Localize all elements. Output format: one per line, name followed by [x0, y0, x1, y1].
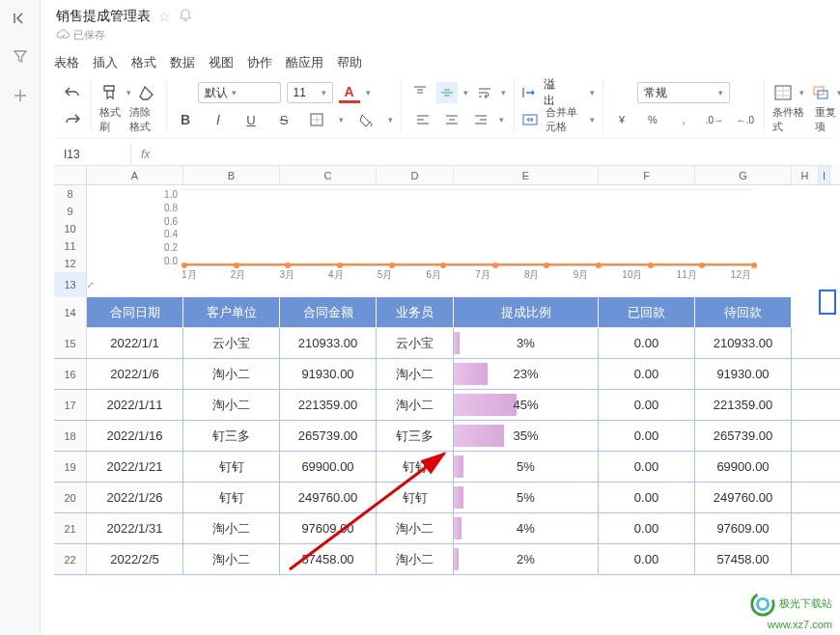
row-header[interactable]: 18: [54, 421, 87, 451]
cell-due[interactable]: 97609.00: [695, 513, 792, 543]
cell-ratio[interactable]: 23%: [454, 359, 599, 389]
cell-sales[interactable]: 钉钉: [377, 483, 454, 512]
col-i[interactable]: I: [819, 166, 830, 184]
cell-date[interactable]: 2022/1/21: [87, 452, 183, 482]
cell-due[interactable]: 91930.00: [695, 359, 792, 389]
underline-icon[interactable]: U: [240, 109, 262, 130]
row-header[interactable]: 13: [54, 272, 87, 297]
cell-due[interactable]: 210933.00: [695, 328, 792, 358]
row-header[interactable]: 9: [54, 203, 87, 220]
cell-sales[interactable]: 云小宝: [377, 328, 454, 358]
cell-amount[interactable]: 249760.00: [280, 483, 377, 512]
font-size-select[interactable]: 11▾: [287, 82, 333, 103]
dup-icon[interactable]: [810, 82, 831, 103]
cell-due[interactable]: 265739.00: [695, 421, 792, 451]
cell-date[interactable]: 2022/1/31: [87, 513, 183, 543]
col-h[interactable]: H: [792, 166, 819, 184]
row-header[interactable]: 20: [54, 483, 87, 512]
font-color-icon[interactable]: A: [339, 82, 360, 103]
cell-sales[interactable]: 淘小二: [377, 513, 454, 543]
cell-due[interactable]: 249760.00: [695, 483, 792, 512]
strike-icon[interactable]: S: [273, 109, 294, 130]
menu-table[interactable]: 表格: [54, 54, 79, 71]
cell-paid[interactable]: 0.00: [599, 421, 695, 451]
cell-customer[interactable]: 淘小二: [183, 544, 280, 574]
cell-date[interactable]: 2022/1/16: [87, 421, 183, 451]
overflow-label[interactable]: 溢出: [544, 76, 561, 109]
cell-customer[interactable]: 淘小二: [183, 513, 280, 543]
row-header[interactable]: 11: [54, 237, 87, 255]
menu-collab[interactable]: 协作: [247, 54, 272, 71]
undo-icon[interactable]: [62, 82, 83, 103]
row-header[interactable]: 15: [54, 328, 87, 358]
cell-customer[interactable]: 淘小二: [183, 390, 280, 420]
cell-ratio[interactable]: 2%: [454, 544, 599, 574]
cell-customer[interactable]: 钉三多: [183, 421, 280, 451]
format-brush-icon[interactable]: [99, 82, 121, 103]
merge-icon[interactable]: [522, 109, 538, 130]
menu-data[interactable]: 数据: [170, 54, 195, 71]
wrap-icon[interactable]: [474, 82, 495, 103]
col-g[interactable]: G: [695, 166, 792, 184]
cell-sales[interactable]: 淘小二: [377, 544, 454, 574]
collapse-icon[interactable]: [10, 8, 31, 29]
align-center-icon[interactable]: [441, 109, 462, 130]
col-f[interactable]: F: [599, 166, 695, 184]
cell-customer[interactable]: 钉钉: [183, 483, 280, 512]
row-header[interactable]: 10: [54, 220, 87, 237]
cell-amount[interactable]: 265739.00: [280, 421, 377, 451]
cell-customer[interactable]: 云小宝: [183, 328, 280, 358]
cell-paid[interactable]: 0.00: [599, 328, 695, 358]
cell-date[interactable]: 2022/1/26: [87, 483, 183, 512]
cell-sales[interactable]: 淘小二: [377, 390, 454, 420]
row-header[interactable]: 21: [54, 513, 87, 543]
italic-icon[interactable]: I: [208, 109, 229, 130]
cell-customer[interactable]: 钉钉: [183, 452, 280, 482]
align-left-icon[interactable]: [412, 109, 434, 130]
cell-paid[interactable]: 0.00: [599, 359, 695, 389]
cell-date[interactable]: 2022/2/5: [87, 544, 183, 574]
clear-format-label[interactable]: 清除格式: [129, 105, 158, 134]
chart[interactable]: 1.00.80.60.40.20.0 1月2月3月4月5月6月7月8月9月10月…: [153, 189, 751, 284]
cell-paid[interactable]: 0.00: [599, 513, 695, 543]
cell-amount[interactable]: 91930.00: [280, 359, 377, 389]
cell-ratio[interactable]: 3%: [454, 328, 599, 358]
cell-paid[interactable]: 0.00: [599, 544, 695, 574]
currency-icon[interactable]: ¥: [611, 109, 632, 130]
cell-date[interactable]: 2022/1/6: [87, 359, 183, 389]
col-c[interactable]: C: [280, 166, 377, 184]
star-icon[interactable]: ☆: [158, 9, 171, 24]
cell-amount[interactable]: 57458.00: [280, 544, 377, 574]
row-header[interactable]: 12: [54, 255, 87, 272]
plus-icon[interactable]: [10, 85, 31, 106]
cell-ratio[interactable]: 5%: [454, 452, 599, 482]
cell-customer[interactable]: 淘小二: [183, 359, 280, 389]
filter-icon[interactable]: [10, 46, 31, 68]
row-header[interactable]: 22: [54, 544, 87, 574]
border-icon[interactable]: [306, 109, 327, 130]
cell-ratio[interactable]: 5%: [454, 483, 599, 512]
percent-icon[interactable]: %: [642, 109, 663, 130]
dup-label[interactable]: 重复项: [815, 105, 840, 134]
cell-amount[interactable]: 69900.00: [280, 452, 377, 482]
col-a[interactable]: A: [87, 166, 183, 184]
cell-sales[interactable]: 钉钉: [377, 452, 454, 482]
cell-paid[interactable]: 0.00: [599, 483, 695, 512]
row-header[interactable]: 17: [54, 390, 87, 420]
eraser-icon[interactable]: [137, 82, 158, 103]
cell-paid[interactable]: 0.00: [599, 390, 695, 420]
col-d[interactable]: D: [377, 166, 454, 184]
cell-sales[interactable]: 淘小二: [377, 359, 454, 389]
corner-cell[interactable]: [54, 166, 87, 184]
cell-amount[interactable]: 210933.00: [280, 328, 377, 358]
comma-icon[interactable]: ,: [673, 109, 694, 130]
format-brush-label[interactable]: 格式刷: [99, 105, 122, 134]
col-b[interactable]: B: [183, 166, 280, 184]
row-header[interactable]: 14: [54, 297, 87, 328]
col-e[interactable]: E: [454, 166, 599, 184]
cell-date[interactable]: 2022/1/11: [87, 390, 183, 420]
overflow-icon[interactable]: [522, 82, 538, 103]
cell-amount[interactable]: 97609.00: [280, 513, 377, 543]
row-header[interactable]: 19: [54, 452, 87, 482]
dec-inc-icon[interactable]: .0→: [704, 109, 725, 130]
